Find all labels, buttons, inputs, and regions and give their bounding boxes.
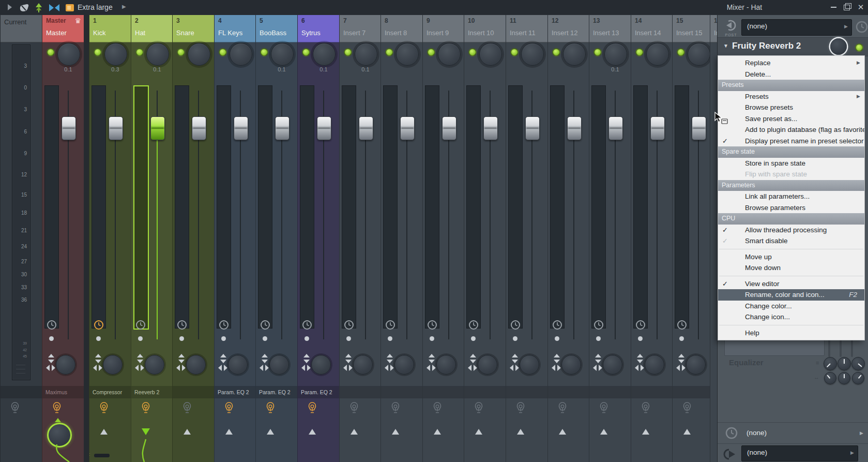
volume-fader[interactable] xyxy=(150,116,165,140)
pan-knob[interactable] xyxy=(521,43,544,66)
eq-band3-width-knob[interactable] xyxy=(852,372,864,384)
enable-led[interactable] xyxy=(94,48,102,56)
stereo-separation-knob[interactable] xyxy=(186,355,206,375)
plugin-label-band[interactable] xyxy=(506,386,547,398)
track-header[interactable]: 2Hat xyxy=(131,15,173,42)
latency-clock-icon[interactable] xyxy=(344,320,354,332)
stereo-separation-knob[interactable] xyxy=(394,355,414,375)
stereo-separation-icon[interactable] xyxy=(426,364,436,374)
volume-fader[interactable] xyxy=(442,116,456,140)
enable-led[interactable] xyxy=(302,48,310,56)
menu-item-allow-threaded-processing[interactable]: Allow threaded processing✓ xyxy=(718,225,864,236)
lamp-icon[interactable] xyxy=(10,401,20,417)
menu-item-smart-disable[interactable]: Smart disable✓ xyxy=(718,235,864,247)
enable-led[interactable] xyxy=(427,48,435,56)
lamp-icon[interactable] xyxy=(141,401,151,417)
pan-knob[interactable] xyxy=(688,43,710,66)
plugin-slot-empty[interactable] xyxy=(724,339,825,356)
mute-led[interactable] xyxy=(430,336,434,341)
stereo-separation-knob[interactable] xyxy=(353,355,373,375)
stereo-separation-icon[interactable] xyxy=(218,364,228,374)
pan-knob[interactable] xyxy=(646,43,669,66)
track-header[interactable]: 13Insert 13 xyxy=(589,15,631,42)
menu-item-change-icon[interactable]: Change icon... xyxy=(718,311,864,323)
mute-led[interactable] xyxy=(304,336,309,341)
plugin-label-band[interactable]: Compressor xyxy=(89,386,131,398)
enable-led[interactable] xyxy=(552,48,560,56)
track-header[interactable]: 15Insert 15 xyxy=(673,15,714,42)
plugin-label-band[interactable] xyxy=(340,386,381,398)
enable-led[interactable] xyxy=(177,48,185,56)
plugin-name[interactable]: Fruity Reeverb 2 xyxy=(732,41,801,51)
input-latency-clock-icon[interactable] xyxy=(855,20,868,34)
close-button[interactable]: ✕ xyxy=(855,3,866,12)
eq-band2-width-knob[interactable] xyxy=(838,372,850,384)
latency-clock-icon[interactable] xyxy=(94,320,104,332)
lamp-icon[interactable] xyxy=(182,401,192,417)
hand-drag-icon[interactable] xyxy=(18,2,31,13)
latency-clock-icon[interactable] xyxy=(677,320,687,332)
plugin-enable-led[interactable] xyxy=(855,43,863,52)
stereo-separation-icon[interactable] xyxy=(259,364,269,374)
enable-led[interactable] xyxy=(635,48,644,56)
track-header[interactable]: 10Insert 10 xyxy=(464,15,506,42)
track-header[interactable]: 1Kick xyxy=(89,15,131,42)
route-to-master-arrow-icon[interactable] xyxy=(184,429,191,435)
track-header[interactable]: MasterMaster♛ xyxy=(42,15,84,42)
lamp-icon[interactable] xyxy=(682,401,692,417)
audio-input-slot[interactable]: (none) ▶ xyxy=(741,19,852,36)
plugin-label-band[interactable]: Param. EQ 2 xyxy=(215,386,256,398)
menu-item-add-to-plugin-database-flag-as-favorite[interactable]: Add to plugin database (flag as favorite… xyxy=(718,124,864,136)
eq-freq3-knob[interactable] xyxy=(851,357,865,370)
stereo-separation-knob[interactable] xyxy=(561,355,581,375)
menu-item-browse-presets[interactable]: Browse presets xyxy=(718,102,864,113)
stereo-separation-knob[interactable] xyxy=(269,355,289,375)
mute-led[interactable] xyxy=(638,336,643,341)
stereo-separation-icon[interactable] xyxy=(93,364,103,374)
mute-led[interactable] xyxy=(388,336,392,341)
enable-led[interactable] xyxy=(47,48,55,56)
plugin-label-band[interactable] xyxy=(589,386,631,398)
latency-clock-icon[interactable] xyxy=(593,320,604,332)
post-gain-icon[interactable]: POST xyxy=(722,18,740,38)
track-header[interactable]: 4FL Keys xyxy=(215,15,256,42)
route-to-master-arrow-icon[interactable] xyxy=(351,429,358,435)
pan-knob[interactable] xyxy=(57,43,80,66)
plugin-label-band[interactable] xyxy=(673,386,714,398)
route-to-master-arrow-icon[interactable] xyxy=(225,429,233,435)
enable-led[interactable] xyxy=(344,48,352,56)
stereo-separation-knob[interactable] xyxy=(311,355,331,375)
stereo-separation-knob[interactable] xyxy=(645,355,664,375)
lamp-icon[interactable] xyxy=(307,401,317,417)
eq-band1-width-knob[interactable] xyxy=(824,372,836,384)
volume-fader[interactable] xyxy=(234,116,248,140)
stereo-separation-icon[interactable] xyxy=(592,364,603,374)
plugin-label-band[interactable] xyxy=(381,386,422,398)
pan-knob[interactable] xyxy=(230,43,252,66)
enable-led[interactable] xyxy=(593,48,602,56)
mute-led[interactable] xyxy=(221,336,226,341)
plugin-label-band[interactable] xyxy=(631,386,673,398)
volume-fader[interactable] xyxy=(317,116,331,140)
route-to-master-arrow-icon[interactable] xyxy=(559,429,566,435)
enable-led[interactable] xyxy=(510,48,519,56)
volume-fader[interactable] xyxy=(275,116,290,140)
volume-fader[interactable] xyxy=(359,116,373,140)
lamp-icon[interactable] xyxy=(515,401,526,417)
pan-knob[interactable] xyxy=(271,43,294,66)
audio-output-icon[interactable] xyxy=(722,446,738,461)
mute-led[interactable] xyxy=(679,336,684,341)
pan-knob[interactable] xyxy=(438,43,461,66)
play-arrow-icon[interactable] xyxy=(6,2,13,12)
stereo-separation-knob[interactable] xyxy=(686,355,706,375)
mute-led[interactable] xyxy=(263,336,267,341)
volume-fader[interactable] xyxy=(483,116,498,140)
lamp-icon[interactable] xyxy=(432,401,443,417)
mute-led[interactable] xyxy=(596,336,601,341)
route-to-master-arrow-icon[interactable] xyxy=(642,429,649,435)
latency-clock-icon[interactable] xyxy=(427,320,437,332)
latency-clock-icon[interactable] xyxy=(135,320,146,332)
stereo-separation-knob[interactable] xyxy=(56,355,75,375)
lamp-icon[interactable] xyxy=(641,401,651,417)
latency-clock-icon[interactable] xyxy=(468,320,479,332)
